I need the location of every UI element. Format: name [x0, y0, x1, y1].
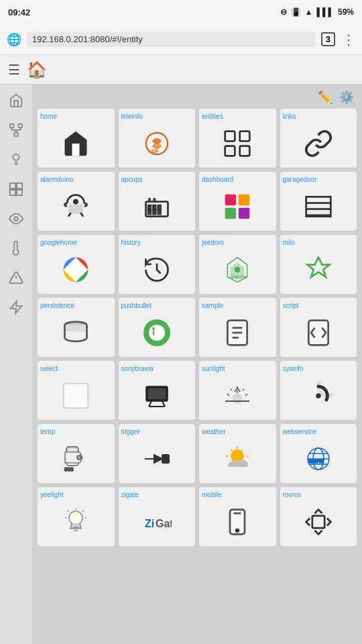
svg-rect-10: [17, 183, 22, 189]
svg-line-81: [68, 511, 69, 512]
grid-item-persistence[interactable]: persistence: [38, 298, 115, 357]
content-top-icons: ✏️ ⚙️: [38, 90, 357, 105]
grid-item-yeelight[interactable]: yeelight: [38, 487, 115, 546]
grid-item-zigate[interactable]: zigate Zi Gate: [119, 487, 196, 546]
grid-item-garagedoor[interactable]: garagedoor: [280, 172, 357, 231]
sidebar-home-icon[interactable]: [7, 91, 25, 110]
grid-item-pushbullet[interactable]: pushbullet: [119, 298, 196, 357]
battery: 59%: [338, 7, 354, 17]
grid-item-dashboard[interactable]: dashboard: [199, 172, 276, 231]
svg-text:JEEDOM: JEEDOM: [230, 275, 247, 279]
dashboard-icon: [202, 186, 274, 227]
tab-count-button[interactable]: 3: [321, 32, 335, 46]
globe-icon: 🌐: [7, 32, 21, 47]
svg-point-60: [316, 394, 320, 398]
grid-item-temp[interactable]: temp $$$: [38, 424, 115, 483]
svg-rect-20: [240, 131, 250, 141]
grid-item-jeedom[interactable]: jeedom JEEDOM: [199, 235, 276, 294]
svg-point-66: [77, 455, 81, 460]
status-icons: ⊖ 📳 ▲ ▌▌▌ 59%: [280, 7, 354, 17]
home-icon: [40, 123, 112, 164]
grid-item-sysinfo[interactable]: sysinfo: [280, 361, 357, 420]
webservice-icon: WWW: [283, 438, 355, 479]
menu-icon[interactable]: ☰: [8, 62, 20, 78]
settings-icon[interactable]: ⚙️: [339, 90, 354, 105]
plugin-grid: home teleinfo eDF: [38, 109, 357, 546]
googlehome-icon: [40, 249, 112, 290]
svg-rect-29: [153, 205, 156, 209]
edit-icon[interactable]: ✏️: [318, 90, 333, 105]
grid-item-googlehome[interactable]: googlehome: [38, 235, 115, 294]
sonybravia-icon: [121, 375, 193, 416]
svg-rect-22: [240, 146, 250, 156]
svg-rect-11: [10, 190, 15, 195]
grid-item-sample[interactable]: sample: [199, 298, 276, 357]
grid-item-history[interactable]: history: [119, 235, 196, 294]
grid-item-home[interactable]: home: [38, 109, 115, 168]
svg-line-82: [82, 511, 84, 512]
svg-rect-36: [225, 207, 237, 219]
svg-text:$$$: $$$: [64, 466, 74, 472]
grid-item-links[interactable]: links: [280, 109, 357, 168]
svg-marker-16: [11, 301, 22, 313]
more-options-icon[interactable]: ⋮: [342, 32, 355, 48]
sample-icon: [202, 312, 274, 353]
sidebar-eye-icon[interactable]: [7, 209, 25, 228]
mobile-icon: [202, 501, 274, 542]
alarmduino-icon: [40, 186, 112, 227]
svg-point-47: [149, 325, 165, 341]
pushbullet-icon: [121, 312, 193, 353]
grid-item-apcups[interactable]: apcups: [119, 172, 196, 231]
do-not-disturb-icon: ⊖: [280, 7, 287, 17]
svg-point-77: [69, 511, 82, 525]
svg-marker-68: [154, 455, 162, 463]
links-icon: [283, 123, 355, 164]
main-layout: ✏️ ⚙️ home teleinfo: [0, 85, 362, 644]
teleinfo-icon: eDF: [121, 123, 193, 164]
svg-rect-55: [64, 383, 88, 408]
home-nav-icon[interactable]: 🏠: [27, 60, 47, 79]
grid-item-script[interactable]: script: [280, 298, 357, 357]
grid-item-mobile[interactable]: mobile: [199, 487, 276, 546]
svg-point-44: [235, 266, 241, 272]
history-icon: [121, 249, 193, 290]
entities-icon: [202, 123, 274, 164]
grid-item-milo[interactable]: milo: [280, 235, 357, 294]
temp-icon: $$$: [40, 438, 112, 479]
grid-item-weather[interactable]: weather: [199, 424, 276, 483]
sidebar-bulb-icon[interactable]: [7, 150, 25, 169]
url-display[interactable]: 192.168.0.201:8080/#!/entity: [27, 32, 316, 47]
svg-rect-57: [147, 388, 166, 400]
grid-item-sunlight[interactable]: sunlight: [199, 361, 276, 420]
grid-item-alarmduino[interactable]: alarmduino: [38, 172, 115, 231]
grid-item-webservice[interactable]: webservice WWW: [280, 424, 357, 483]
status-bar: 09:42 ⊖ 📳 ▲ ▌▌▌ 59%: [0, 0, 362, 24]
sidebar-windows-icon[interactable]: [7, 180, 25, 199]
svg-rect-30: [158, 205, 161, 209]
grid-item-teleinfo[interactable]: teleinfo eDF: [119, 109, 196, 168]
sim-icon: 📳: [291, 7, 301, 17]
svg-text:Zi: Zi: [145, 518, 154, 529]
svg-rect-48: [153, 330, 154, 335]
sidebar-bolt-icon[interactable]: [7, 298, 25, 317]
yeelight-icon: [40, 501, 112, 542]
svg-rect-19: [225, 131, 235, 141]
trigger-icon: [121, 438, 193, 479]
grid-item-entities[interactable]: entities: [199, 109, 276, 168]
grid-item-sonybravia[interactable]: sonybravia: [119, 361, 196, 420]
sidebar-network-icon[interactable]: [7, 121, 25, 140]
svg-text:eDF: eDF: [149, 148, 159, 154]
grid-item-trigger[interactable]: trigger: [119, 424, 196, 483]
svg-rect-38: [306, 197, 330, 216]
sidebar-thermometer-icon[interactable]: [7, 239, 25, 258]
svg-rect-90: [312, 515, 324, 527]
signal-icon: ▌▌▌: [316, 7, 334, 17]
persistence-icon: [40, 312, 112, 353]
svg-rect-9: [10, 183, 15, 189]
grid-item-select[interactable]: select: [38, 361, 115, 420]
svg-point-13: [14, 217, 18, 221]
sidebar-warning-icon[interactable]: [7, 268, 25, 287]
garagedoor-icon: [283, 186, 355, 227]
svg-rect-69: [162, 455, 169, 463]
grid-item-rooms[interactable]: rooms: [280, 487, 357, 546]
